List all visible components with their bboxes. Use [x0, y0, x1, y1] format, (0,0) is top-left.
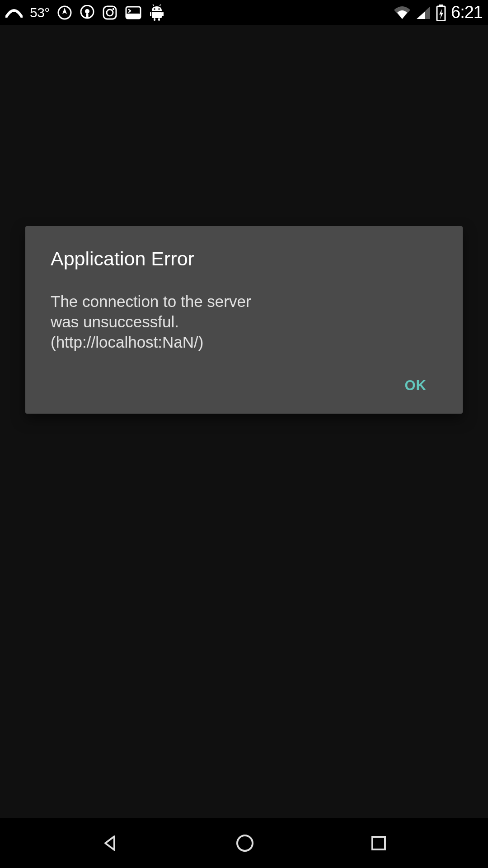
status-bar-left: 53°	[5, 5, 164, 21]
svg-point-6	[113, 8, 114, 9]
svg-point-10	[158, 8, 160, 10]
svg-rect-17	[158, 18, 160, 21]
svg-point-2	[85, 9, 89, 14]
cloud-icon	[5, 8, 23, 18]
svg-point-5	[107, 9, 113, 16]
instagram-icon	[102, 5, 117, 20]
temperature-text: 53°	[30, 5, 50, 20]
podcast-icon	[80, 5, 95, 20]
dialog-message: The connection to the server was unsucce…	[51, 292, 272, 352]
dialog-actions: OK	[51, 370, 371, 401]
android-icon	[149, 5, 164, 21]
svg-line-12	[160, 5, 161, 5]
svg-point-9	[154, 8, 155, 10]
dialog-title: Application Error	[51, 248, 371, 270]
svg-rect-15	[162, 12, 164, 16]
svg-rect-13	[152, 12, 162, 18]
location-icon	[57, 5, 72, 20]
error-dialog: Application Error The connection to the …	[25, 226, 371, 414]
status-bar: 53°	[0, 0, 371, 25]
svg-rect-14	[150, 12, 151, 16]
svg-rect-16	[154, 18, 155, 21]
terminal-icon	[125, 5, 142, 20]
svg-rect-3	[86, 13, 88, 19]
svg-rect-8	[126, 14, 141, 19]
svg-line-11	[152, 5, 154, 5]
svg-rect-4	[103, 6, 116, 19]
